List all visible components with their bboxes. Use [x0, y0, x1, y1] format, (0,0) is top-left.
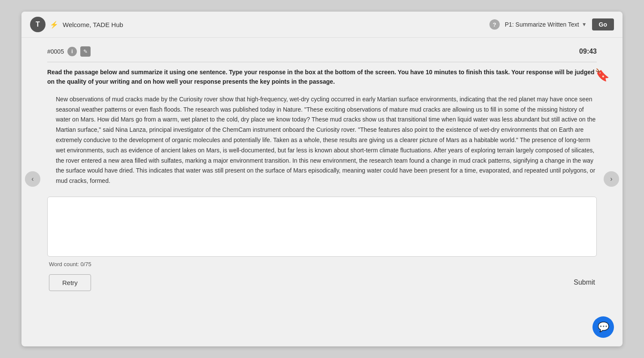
next-arrow[interactable]: ›: [604, 171, 619, 187]
bookmark-area: 🔖: [595, 68, 610, 82]
question-header: #0005 i ✎ 09:43: [47, 46, 597, 62]
go-button[interactable]: Go: [592, 18, 614, 30]
submit-button[interactable]: Submit: [574, 279, 595, 286]
help-icon[interactable]: ?: [489, 19, 500, 30]
header-left: T ⚡ Welcome, TADE Hub: [30, 17, 123, 32]
avatar: T: [30, 17, 46, 32]
content-area: #0005 i ✎ 09:43 🔖 Read the passage below…: [21, 38, 623, 300]
info-icon[interactable]: i: [67, 47, 77, 56]
chevron-left-icon: ‹: [31, 175, 33, 183]
retry-button[interactable]: Retry: [49, 274, 91, 291]
bottom-bar: Retry Submit: [47, 274, 597, 291]
chat-icon: 💬: [598, 322, 609, 333]
bookmark-icon[interactable]: 🔖: [595, 68, 610, 82]
word-count: Word count: 0/75: [49, 261, 597, 267]
task-dropdown[interactable]: P1: Summarize Written Text ▼: [505, 21, 587, 28]
lightning-icon: ⚡: [50, 21, 58, 29]
header: T ⚡ Welcome, TADE Hub ? P1: Summarize Wr…: [21, 12, 623, 38]
response-box: [47, 197, 597, 257]
response-textarea[interactable]: [53, 202, 591, 249]
timer: 09:43: [579, 48, 597, 55]
welcome-text: Welcome, TADE Hub: [63, 21, 123, 28]
prev-arrow[interactable]: ‹: [25, 171, 40, 187]
passage: New observations of mud cracks made by t…: [56, 94, 597, 186]
chevron-down-icon: ▼: [582, 21, 587, 27]
question-id: #0005: [47, 48, 64, 55]
chevron-right-icon: ›: [610, 175, 612, 183]
question-id-row: #0005 i ✎: [47, 46, 91, 57]
instructions: Read the passage below and summarize it …: [47, 67, 597, 87]
task-label: P1: Summarize Written Text: [505, 21, 579, 28]
header-right: ? P1: Summarize Written Text ▼ Go: [489, 18, 614, 30]
edit-icon[interactable]: ✎: [80, 46, 91, 57]
chat-bubble[interactable]: 💬: [592, 316, 614, 338]
